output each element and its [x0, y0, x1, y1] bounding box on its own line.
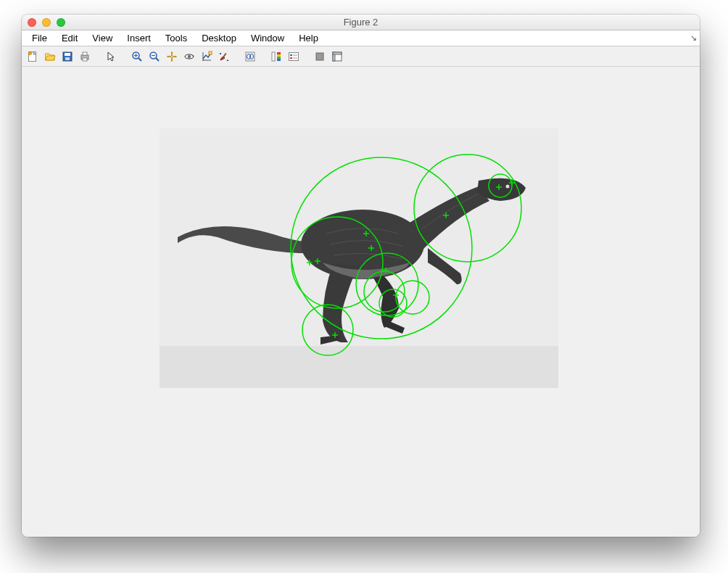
menu-file[interactable]: File: [25, 30, 54, 46]
print-icon[interactable]: [77, 49, 93, 65]
figure-window: Figure 2 FileEditViewInsertToolsDesktopW…: [22, 15, 700, 537]
svg-rect-38: [333, 52, 342, 54]
svg-rect-3: [65, 53, 70, 56]
link-plot-icon[interactable]: [242, 49, 258, 65]
menu-edit[interactable]: Edit: [54, 30, 85, 46]
insert-colorbar-icon[interactable]: [268, 49, 284, 65]
rotate-3d-icon[interactable]: [181, 49, 197, 65]
svg-rect-30: [289, 52, 299, 60]
svg-rect-29: [277, 59, 281, 61]
svg-rect-27: [277, 54, 281, 57]
save-icon[interactable]: [59, 49, 75, 65]
insert-legend-icon[interactable]: [286, 49, 302, 65]
svg-rect-7: [83, 58, 87, 61]
svg-rect-35: [316, 53, 323, 60]
svg-line-13: [156, 58, 159, 61]
menu-insert[interactable]: Insert: [120, 30, 158, 46]
svg-rect-28: [277, 57, 281, 59]
svg-rect-26: [277, 52, 281, 54]
zoom-out-icon[interactable]: [146, 49, 162, 65]
titlebar: Figure 2: [22, 15, 700, 30]
menu-desktop[interactable]: Desktop: [194, 30, 244, 46]
open-icon[interactable]: [42, 49, 58, 65]
figure-canvas: [22, 67, 700, 537]
svg-point-42: [506, 185, 510, 189]
dock-figure-icon[interactable]: ↘: [690, 33, 697, 43]
data-cursor-icon[interactable]: [199, 49, 215, 65]
image-with-features: [160, 128, 558, 388]
menu-window[interactable]: Window: [244, 30, 291, 46]
traffic-lights: [28, 18, 65, 27]
svg-rect-6: [83, 52, 87, 55]
svg-rect-20: [209, 51, 212, 54]
svg-rect-25: [272, 52, 275, 61]
svg-point-15: [171, 55, 173, 57]
svg-rect-4: [65, 57, 70, 60]
svg-rect-21: [223, 52, 226, 57]
menubar: FileEditViewInsertToolsDesktopWindowHelp…: [22, 30, 700, 46]
close-button[interactable]: [28, 18, 36, 27]
pan-icon[interactable]: [164, 49, 180, 65]
svg-point-17: [188, 55, 191, 58]
hide-plot-tools-icon[interactable]: [312, 49, 328, 65]
menu-help[interactable]: Help: [291, 30, 326, 46]
show-plot-tools-icon[interactable]: [329, 49, 345, 65]
menu-tools[interactable]: Tools: [158, 30, 194, 46]
pointer-icon[interactable]: [103, 49, 119, 65]
menu-view[interactable]: View: [85, 30, 120, 46]
minimize-button[interactable]: [42, 18, 51, 27]
svg-rect-40: [160, 346, 558, 388]
brush-icon[interactable]: [216, 49, 232, 65]
window-title: Figure 2: [344, 17, 379, 28]
zoom-button[interactable]: [57, 18, 65, 27]
svg-line-9: [138, 58, 141, 61]
svg-point-1: [29, 51, 32, 54]
axes-image[interactable]: [160, 128, 558, 388]
new-figure-icon[interactable]: [25, 49, 41, 65]
toolbar: [22, 46, 700, 67]
zoom-in-icon[interactable]: [129, 49, 145, 65]
